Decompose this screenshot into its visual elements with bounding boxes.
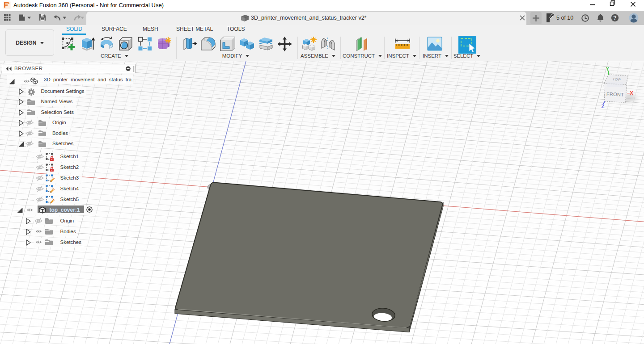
svg-text:Z: Z xyxy=(601,104,604,109)
svg-text:?: ? xyxy=(613,15,616,21)
svg-text:Y: Y xyxy=(606,66,609,71)
svg-text:–X: –X xyxy=(627,90,633,96)
svg-text:TOP: TOP xyxy=(612,77,621,82)
svg-text:FRONT: FRONT xyxy=(606,91,624,97)
